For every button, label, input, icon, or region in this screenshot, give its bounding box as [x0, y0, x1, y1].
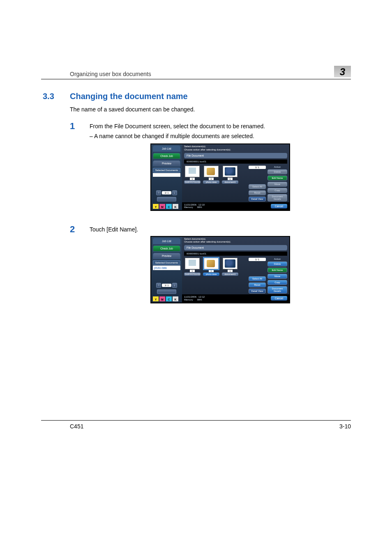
step-number-2: 2: [70, 224, 80, 313]
thumbnail-count: 1: [228, 178, 233, 180]
pager-up-icon[interactable]: ↑: [156, 283, 161, 288]
thumbnail-image-icon: [204, 166, 219, 177]
thumbnail-count: 1: [228, 270, 233, 272]
supply-y: Y: [153, 296, 159, 301]
step-1-text: From the File Document screen, select th…: [90, 123, 351, 130]
instruction-text: Select document(s). Choose action after …: [182, 144, 289, 152]
tab-job-list[interactable]: Job List: [153, 146, 180, 152]
thumbnail-count: 1: [209, 270, 214, 272]
action-header: Action: [267, 166, 287, 168]
intro-text: The name of a saved document can be chan…: [70, 106, 351, 113]
copy-button[interactable]: Copy: [267, 188, 287, 193]
file-document-tab[interactable]: File Document: [184, 245, 287, 250]
section-number: 3.3: [43, 92, 58, 101]
tab-job-list[interactable]: Job List: [153, 238, 180, 244]
instruction-line1: Select document(s).: [184, 238, 287, 240]
selected-documents-header: Selected Documents: [153, 260, 180, 265]
thumbnail-image-icon: [204, 258, 219, 269]
supply-k: K: [173, 296, 178, 301]
pager-up-icon[interactable]: ↑: [156, 190, 161, 195]
cancel-button[interactable]: Cancel: [271, 204, 287, 208]
thumbnail-count: 1: [209, 178, 214, 180]
delete-button[interactable]: Delete: [267, 169, 287, 174]
device-screenshot-1: Job List Check Job Preview Selected Docu…: [150, 143, 290, 211]
move-button[interactable]: Move: [267, 274, 287, 279]
step-1-bullet: – A name cannot be changed if multiple d…: [90, 133, 351, 139]
tab-preview[interactable]: Preview: [153, 160, 180, 166]
selected-document-value: photo data: [153, 266, 180, 270]
supply-c: C: [166, 296, 172, 301]
doc-header: Organizing user box documents 3: [41, 66, 351, 79]
pager-down-icon[interactable]: ↓: [172, 190, 177, 195]
chapter-badge: 3: [334, 66, 351, 77]
thumbnail-1[interactable]: 1 SWFP0701032: [184, 166, 201, 184]
thumbnail-count: 1: [190, 178, 195, 180]
tab-check-job[interactable]: Check Job: [153, 245, 180, 252]
thumbnail-1[interactable]: 1 SWFP0701032: [184, 258, 201, 276]
move-button[interactable]: Move: [267, 182, 287, 187]
thumbnail-label: document1: [222, 273, 238, 276]
left-blank-button[interactable]: [157, 289, 176, 294]
left-blank-button[interactable]: [157, 197, 176, 201]
datetime-memory: 11/21/2006 12:10 Memory 99%: [184, 204, 205, 209]
left-pager: 1/ 1: [162, 191, 171, 194]
supply-indicators: Y M C K: [153, 296, 180, 301]
thumbnail-image-icon: [223, 166, 238, 177]
thumbnail-3[interactable]: 1 document1: [222, 166, 238, 184]
cancel-button[interactable]: Cancel: [271, 296, 287, 301]
detail-view-button[interactable]: Detail View: [249, 197, 266, 201]
copy-button[interactable]: Copy: [267, 280, 287, 285]
thumbnail-label: SWFP0701032: [184, 273, 201, 276]
supply-k: K: [173, 204, 178, 209]
document-details-button[interactable]: Document Details: [267, 286, 287, 294]
footer-model: C451: [70, 423, 83, 430]
supply-y: Y: [153, 204, 159, 209]
thumbnail-image-icon: [223, 258, 238, 269]
instruction-line2: Choose action after selecting document(s…: [184, 148, 287, 151]
thumbnail-image-icon: [185, 166, 200, 177]
edit-name-button[interactable]: Edit Name: [267, 176, 287, 180]
section-title: Changing the document name: [70, 92, 188, 101]
file-document-tab[interactable]: File Document: [184, 153, 287, 158]
select-all-button[interactable]: Select All: [249, 184, 266, 189]
select-all-button[interactable]: Select All: [249, 276, 266, 281]
thumbnail-2[interactable]: 1 photo data: [203, 166, 219, 184]
thumbnail-2[interactable]: 1 photo data: [203, 258, 219, 276]
delete-button[interactable]: Delete: [267, 261, 287, 266]
document-details-button[interactable]: Document Details: [267, 194, 287, 201]
device-screenshot-2: Job List Check Job Preview Selected Docu…: [150, 236, 290, 303]
supply-c: C: [166, 204, 172, 209]
footer-page: 3-10: [339, 423, 351, 430]
doc-footer: C451 3-10: [41, 420, 351, 430]
tab-check-job[interactable]: Check Job: [153, 153, 180, 159]
datetime-memory: 11/21/2006 12:12 Memory 99%: [184, 296, 205, 301]
selected-document-value: [153, 173, 180, 177]
action-header: Action: [267, 258, 287, 260]
header-title: Organizing user box documents: [70, 71, 151, 77]
box-name: 000000001 box01: [184, 160, 287, 164]
supply-m: M: [159, 296, 165, 301]
detail-view-button[interactable]: Detail View: [249, 289, 266, 294]
reset-button[interactable]: Reset: [249, 282, 266, 287]
thumbnail-count: 1: [190, 270, 195, 272]
thumbnail-image-icon: [185, 258, 200, 269]
edit-name-button[interactable]: Edit Name: [267, 268, 287, 273]
supply-m: M: [159, 204, 165, 209]
supply-indicators: Y M C K: [153, 204, 180, 209]
instruction-line1: Select document(s).: [184, 145, 287, 148]
thumbnail-3[interactable]: 1 document1: [222, 258, 238, 276]
tab-preview[interactable]: Preview: [153, 253, 180, 259]
thumbnail-label: photo data: [203, 273, 219, 276]
reset-button[interactable]: Reset: [249, 190, 266, 195]
pager-down-icon[interactable]: ↓: [172, 283, 177, 288]
thumbnail-label: photo data: [203, 180, 219, 184]
selected-documents-header: Selected Documents: [153, 168, 180, 173]
thumbnail-label: SWFP0701032: [184, 180, 201, 184]
thumb-pager: 1/ 1: [249, 166, 266, 169]
instruction-line2: Choose action after selecting document(s…: [184, 240, 287, 243]
instruction-text: Select document(s). Choose action after …: [182, 237, 289, 244]
thumbnail-label: document1: [222, 180, 238, 184]
thumb-pager: 1/ 1: [249, 258, 266, 261]
step-number-1: 1: [70, 121, 80, 221]
box-name: 000000001 box01: [184, 252, 287, 256]
